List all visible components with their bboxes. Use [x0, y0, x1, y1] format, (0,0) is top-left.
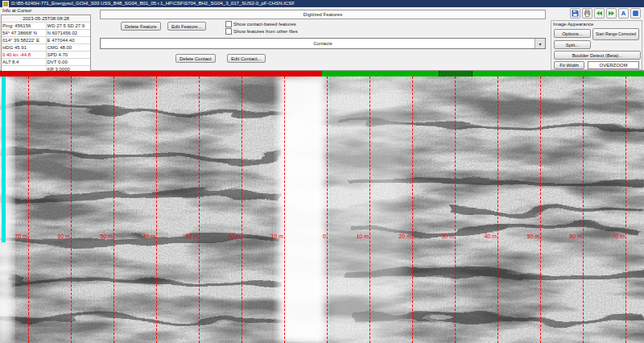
range-label: 50 m — [526, 233, 539, 239]
image-appearance-panel: Image Appearance Options... Start Range … — [551, 20, 642, 70]
starboard-channel-bar — [322, 71, 644, 76]
range-label: 10 m — [356, 233, 369, 239]
range-gridline: 10 m — [369, 76, 370, 343]
range-label: 40 m — [484, 233, 497, 239]
delete-feature-button[interactable]: Delete Feature — [121, 22, 161, 31]
cursor-info-table: 2023-05-25T08:08:28 Ping: 456156 WD 27.5… — [1, 14, 91, 73]
longitude-value: 014° 39.58222' E — [2, 37, 47, 43]
range-gridline: 40 m — [497, 76, 498, 343]
range-label: 0 — [323, 233, 326, 239]
window-title: D:\B5-6240H-771_Energysol_GOHI_S03 USS_B… — [11, 0, 295, 7]
zoom-status-field: OVERZOOM — [588, 61, 639, 69]
spd-value: SPD 4.70 — [47, 52, 91, 58]
table-row: 0.40 kn -44.8 SPD 4.70 — [2, 52, 90, 59]
range-label: 30 m — [441, 233, 454, 239]
digitized-features-header: Digitized Features — [100, 10, 546, 19]
contacts-dropdown-value: Contacts — [313, 41, 332, 46]
edit-contact-button[interactable]: Edit Contact... — [227, 54, 266, 63]
range-label: 60 m — [57, 233, 70, 239]
latitude-value: 54° 47.38668' N — [2, 30, 47, 36]
sonar-view[interactable]: 70 m60 m50 m40 m30 m20 m10 m010 m20 m30 … — [0, 71, 644, 343]
range-label: 30 m — [185, 233, 198, 239]
fit-width-button[interactable]: Fit Width — [554, 61, 584, 69]
dvt-value: DVT 0.00 — [47, 59, 91, 65]
window-titlebar: D:\B5-6240H-771_Energysol_GOHI_S03 USS_B… — [0, 0, 644, 7]
start-range-corrected-button[interactable]: Start Range Corrected — [592, 28, 639, 40]
range-gridline: 70 m — [28, 76, 29, 343]
info-at-cursor-panel: Info at Cursor 2023-05-25T08:08:28 Ping:… — [1, 7, 91, 70]
boulder-detect-button[interactable]: Boulder Detect (Beta)... — [554, 51, 641, 60]
range-gridline: 30 m — [199, 76, 200, 343]
range-gridline: 50 m — [540, 76, 541, 343]
checkbox-label: Show features from other files — [233, 29, 298, 34]
checkbox-show-contact-features[interactable]: Show contact-based features — [225, 21, 296, 27]
range-label: 70 m — [14, 233, 27, 239]
range-label: 60 m — [569, 233, 582, 239]
easting-value: E 477044.40 — [47, 37, 91, 43]
checkbox-box[interactable] — [225, 21, 232, 27]
channel-status-bar — [0, 71, 644, 76]
fast-rewind-icon[interactable] — [594, 8, 605, 19]
chevron-down-icon[interactable]: ▾ — [535, 39, 545, 48]
range-label: 20 m — [228, 233, 241, 239]
range-gridline: 40 m — [156, 76, 157, 343]
letter-a-glyph: A — [621, 10, 626, 17]
toolbar-icon-row: A — [570, 8, 641, 19]
range-gridline: 60 m — [71, 76, 72, 343]
northing-value: N 6071456.02 — [47, 30, 91, 36]
digitized-features-panel: Digitized Features Delete Feature Edit F… — [95, 7, 551, 70]
image-appearance-title: Image Appearance — [551, 21, 642, 28]
altitude-value: ALT 8.4 — [2, 59, 47, 65]
edit-feature-button[interactable]: Edit Feature... — [167, 22, 206, 31]
sonar-waterfall[interactable]: 70 m60 m50 m40 m30 m20 m10 m010 m20 m30 … — [0, 76, 644, 343]
contact-marker[interactable] — [439, 71, 473, 76]
range-label: 10 m — [270, 233, 283, 239]
cursor-timestamp: 2023-05-25T08:08:28 — [2, 15, 90, 22]
delete-contact-button[interactable]: Delete Contact — [175, 54, 216, 63]
range-gridline: 20 m — [242, 76, 242, 343]
split-button[interactable]: Split... — [554, 40, 591, 49]
options-button[interactable]: Options... — [554, 29, 591, 38]
range-gridline: 0 — [327, 76, 328, 343]
table-row: ALT 8.4 DVT 0.00 — [2, 59, 90, 66]
color-swatch-icon[interactable] — [630, 8, 641, 19]
range-gridline: 50 m — [114, 76, 114, 343]
toolbar: Info at Cursor 2023-05-25T08:08:28 Ping:… — [0, 7, 644, 71]
range-gridline: 30 m — [455, 76, 456, 343]
contacts-dropdown[interactable]: Contacts ▾ — [100, 38, 546, 49]
table-row: Ping: 456156 WD 27.5 SD 27.9 — [2, 23, 90, 30]
range-label: 40 m — [142, 233, 155, 239]
checkbox-box[interactable] — [225, 28, 232, 35]
checkbox-show-other-files[interactable]: Show features from other files — [225, 28, 298, 35]
print-icon[interactable] — [582, 8, 592, 19]
fast-forward-icon[interactable] — [606, 8, 617, 19]
heading-value: HDG 45.91 — [2, 44, 47, 51]
speed-alert-value: 0.40 kn -44.8 — [2, 52, 47, 58]
annotate-text-icon[interactable]: A — [618, 8, 629, 19]
ping-value: Ping: 456156 — [2, 23, 47, 29]
range-label: 50 m — [100, 233, 113, 239]
port-channel-bar — [0, 71, 322, 76]
sonar-gridlines: 70 m60 m50 m40 m30 m20 m10 m010 m20 m30 … — [0, 76, 644, 343]
range-gridline: 70 m — [625, 76, 626, 343]
depth-value: WD 27.5 SD 27.9 — [47, 23, 91, 29]
range-gridline: 10 m — [284, 76, 285, 343]
range-gridline: 20 m — [412, 76, 413, 343]
checkbox-label: Show contact-based features — [233, 22, 296, 27]
app-icon — [2, 1, 9, 7]
table-row: 54° 47.38668' N N 6071456.02 — [2, 30, 90, 37]
table-row: HDG 45.91 CMG 48.00 — [2, 44, 90, 52]
save-icon[interactable] — [570, 8, 580, 19]
table-row: 014° 39.58222' E E 477044.40 — [2, 37, 90, 44]
info-panel-title: Info at Cursor — [1, 7, 91, 14]
range-gridline: 60 m — [583, 76, 584, 343]
range-label: 70 m — [612, 233, 625, 239]
range-label: 20 m — [398, 233, 411, 239]
cmg-value: CMG 48.00 — [47, 44, 91, 51]
